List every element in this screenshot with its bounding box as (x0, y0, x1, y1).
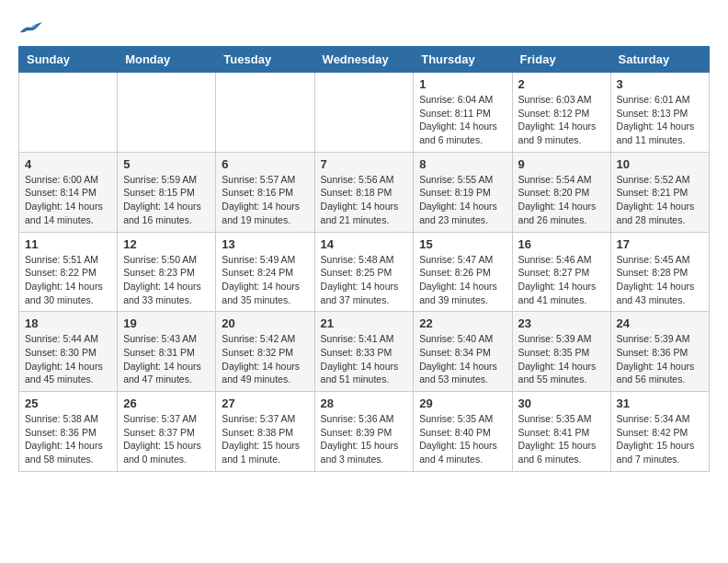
day-number: 29 (419, 396, 506, 410)
calendar-day-30: 30Sunrise: 5:35 AM Sunset: 8:41 PM Dayli… (512, 392, 610, 472)
calendar-day-18: 18Sunrise: 5:44 AM Sunset: 8:30 PM Dayli… (19, 312, 118, 392)
day-info: Sunrise: 5:52 AM Sunset: 8:21 PM Dayligh… (617, 173, 703, 227)
calendar-week-row: 18Sunrise: 5:44 AM Sunset: 8:30 PM Dayli… (19, 312, 710, 392)
day-info: Sunrise: 5:42 AM Sunset: 8:32 PM Dayligh… (222, 332, 308, 386)
calendar-day-25: 25Sunrise: 5:38 AM Sunset: 8:36 PM Dayli… (19, 392, 118, 472)
day-number: 4 (25, 157, 111, 171)
calendar-day-29: 29Sunrise: 5:35 AM Sunset: 8:40 PM Dayli… (414, 392, 512, 472)
day-info: Sunrise: 6:04 AM Sunset: 8:11 PM Dayligh… (419, 93, 506, 147)
day-info: Sunrise: 5:45 AM Sunset: 8:28 PM Dayligh… (617, 253, 703, 307)
calendar-day-13: 13Sunrise: 5:49 AM Sunset: 8:24 PM Dayli… (216, 232, 314, 312)
empty-day (314, 73, 414, 153)
day-info: Sunrise: 5:44 AM Sunset: 8:30 PM Dayligh… (25, 332, 111, 386)
day-info: Sunrise: 5:35 AM Sunset: 8:41 PM Dayligh… (518, 412, 605, 466)
day-info: Sunrise: 5:46 AM Sunset: 8:27 PM Dayligh… (518, 253, 605, 307)
day-number: 26 (123, 396, 210, 410)
day-header-saturday: Saturday (610, 47, 709, 73)
day-number: 3 (617, 77, 703, 91)
calendar-day-28: 28Sunrise: 5:36 AM Sunset: 8:39 PM Dayli… (314, 392, 414, 472)
page-header (18, 18, 710, 37)
calendar-day-1: 1Sunrise: 6:04 AM Sunset: 8:11 PM Daylig… (414, 73, 512, 153)
day-info: Sunrise: 5:43 AM Sunset: 8:31 PM Dayligh… (123, 332, 210, 386)
day-number: 11 (25, 237, 111, 251)
day-info: Sunrise: 5:37 AM Sunset: 8:38 PM Dayligh… (222, 412, 308, 466)
calendar-day-24: 24Sunrise: 5:39 AM Sunset: 8:36 PM Dayli… (610, 312, 709, 392)
calendar-header-row: SundayMondayTuesdayWednesdayThursdayFrid… (19, 47, 710, 73)
calendar-day-10: 10Sunrise: 5:52 AM Sunset: 8:21 PM Dayli… (610, 152, 709, 232)
calendar-day-5: 5Sunrise: 5:59 AM Sunset: 8:15 PM Daylig… (118, 152, 216, 232)
day-info: Sunrise: 5:51 AM Sunset: 8:22 PM Dayligh… (25, 253, 111, 307)
day-number: 10 (617, 157, 703, 171)
day-number: 5 (123, 157, 210, 171)
calendar-day-3: 3Sunrise: 6:01 AM Sunset: 8:13 PM Daylig… (610, 73, 709, 153)
day-number: 30 (518, 396, 605, 410)
day-info: Sunrise: 5:49 AM Sunset: 8:24 PM Dayligh… (222, 253, 308, 307)
day-number: 17 (617, 237, 703, 251)
logo (18, 18, 48, 37)
day-number: 24 (617, 316, 703, 330)
calendar-day-8: 8Sunrise: 5:55 AM Sunset: 8:19 PM Daylig… (414, 152, 512, 232)
day-number: 9 (518, 157, 605, 171)
day-info: Sunrise: 6:00 AM Sunset: 8:14 PM Dayligh… (25, 173, 111, 227)
calendar-day-14: 14Sunrise: 5:48 AM Sunset: 8:25 PM Dayli… (314, 232, 414, 312)
day-number: 14 (321, 237, 408, 251)
day-info: Sunrise: 5:54 AM Sunset: 8:20 PM Dayligh… (518, 173, 605, 227)
calendar-day-9: 9Sunrise: 5:54 AM Sunset: 8:20 PM Daylig… (512, 152, 610, 232)
calendar-day-21: 21Sunrise: 5:41 AM Sunset: 8:33 PM Dayli… (314, 312, 414, 392)
day-header-sunday: Sunday (19, 47, 118, 73)
calendar-week-row: 1Sunrise: 6:04 AM Sunset: 8:11 PM Daylig… (19, 73, 710, 153)
day-info: Sunrise: 5:40 AM Sunset: 8:34 PM Dayligh… (419, 332, 506, 386)
calendar-day-26: 26Sunrise: 5:37 AM Sunset: 8:37 PM Dayli… (118, 392, 216, 472)
calendar-day-11: 11Sunrise: 5:51 AM Sunset: 8:22 PM Dayli… (19, 232, 118, 312)
calendar-day-22: 22Sunrise: 5:40 AM Sunset: 8:34 PM Dayli… (414, 312, 512, 392)
day-info: Sunrise: 5:50 AM Sunset: 8:23 PM Dayligh… (123, 253, 210, 307)
day-number: 12 (123, 237, 210, 251)
day-header-monday: Monday (118, 47, 216, 73)
day-header-wednesday: Wednesday (314, 47, 414, 73)
calendar-day-19: 19Sunrise: 5:43 AM Sunset: 8:31 PM Dayli… (118, 312, 216, 392)
empty-day (19, 73, 118, 153)
day-info: Sunrise: 5:41 AM Sunset: 8:33 PM Dayligh… (321, 332, 408, 386)
calendar-week-row: 25Sunrise: 5:38 AM Sunset: 8:36 PM Dayli… (19, 392, 710, 472)
empty-day (118, 73, 216, 153)
calendar-day-15: 15Sunrise: 5:47 AM Sunset: 8:26 PM Dayli… (414, 232, 512, 312)
day-number: 23 (518, 316, 605, 330)
day-info: Sunrise: 5:57 AM Sunset: 8:16 PM Dayligh… (222, 173, 308, 227)
day-number: 19 (123, 316, 210, 330)
calendar-week-row: 4Sunrise: 6:00 AM Sunset: 8:14 PM Daylig… (19, 152, 710, 232)
day-number: 15 (419, 237, 506, 251)
day-number: 16 (518, 237, 605, 251)
day-info: Sunrise: 5:56 AM Sunset: 8:18 PM Dayligh… (321, 173, 408, 227)
logo-icon (18, 18, 44, 37)
calendar-day-23: 23Sunrise: 5:39 AM Sunset: 8:35 PM Dayli… (512, 312, 610, 392)
calendar-table: SundayMondayTuesdayWednesdayThursdayFrid… (18, 46, 710, 472)
day-header-tuesday: Tuesday (216, 47, 314, 73)
calendar-day-27: 27Sunrise: 5:37 AM Sunset: 8:38 PM Dayli… (216, 392, 314, 472)
day-number: 7 (321, 157, 408, 171)
calendar-day-2: 2Sunrise: 6:03 AM Sunset: 8:12 PM Daylig… (512, 73, 610, 153)
day-header-friday: Friday (512, 47, 610, 73)
day-info: Sunrise: 5:39 AM Sunset: 8:36 PM Dayligh… (617, 332, 703, 386)
calendar-day-6: 6Sunrise: 5:57 AM Sunset: 8:16 PM Daylig… (216, 152, 314, 232)
day-number: 18 (25, 316, 111, 330)
day-info: Sunrise: 5:34 AM Sunset: 8:42 PM Dayligh… (617, 412, 703, 466)
day-info: Sunrise: 5:39 AM Sunset: 8:35 PM Dayligh… (518, 332, 605, 386)
day-number: 6 (222, 157, 308, 171)
day-number: 25 (25, 396, 111, 410)
calendar-day-7: 7Sunrise: 5:56 AM Sunset: 8:18 PM Daylig… (314, 152, 414, 232)
calendar-day-4: 4Sunrise: 6:00 AM Sunset: 8:14 PM Daylig… (19, 152, 118, 232)
calendar-week-row: 11Sunrise: 5:51 AM Sunset: 8:22 PM Dayli… (19, 232, 710, 312)
day-info: Sunrise: 5:47 AM Sunset: 8:26 PM Dayligh… (419, 253, 506, 307)
empty-day (216, 73, 314, 153)
day-info: Sunrise: 5:37 AM Sunset: 8:37 PM Dayligh… (123, 412, 210, 466)
day-number: 22 (419, 316, 506, 330)
day-number: 21 (321, 316, 408, 330)
day-number: 27 (222, 396, 308, 410)
day-number: 31 (617, 396, 703, 410)
day-info: Sunrise: 5:36 AM Sunset: 8:39 PM Dayligh… (321, 412, 408, 466)
day-info: Sunrise: 5:55 AM Sunset: 8:19 PM Dayligh… (419, 173, 506, 227)
day-number: 28 (321, 396, 408, 410)
day-number: 1 (419, 77, 506, 91)
day-info: Sunrise: 5:35 AM Sunset: 8:40 PM Dayligh… (419, 412, 506, 466)
day-number: 20 (222, 316, 308, 330)
